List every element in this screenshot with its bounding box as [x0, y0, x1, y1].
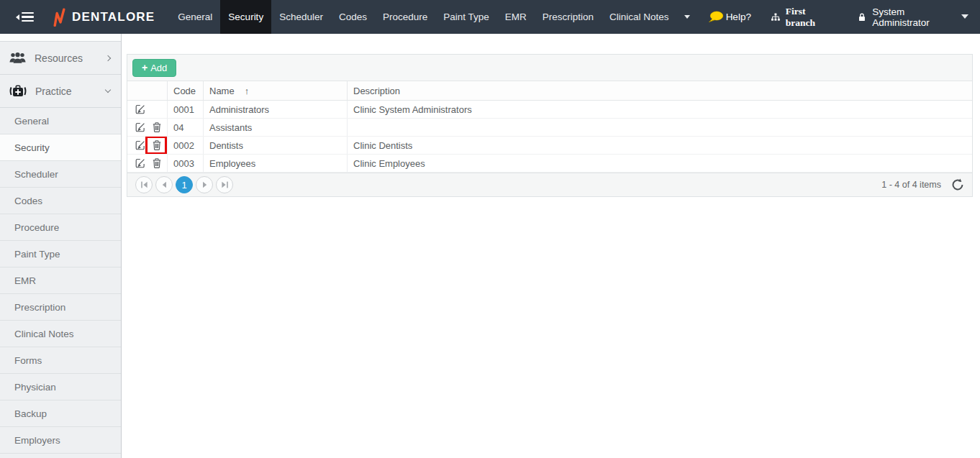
brand-logo[interactable]: DENTALORE — [53, 0, 155, 34]
column-header-code[interactable]: Code — [168, 81, 204, 100]
sidebar-group-label: Resources — [35, 52, 83, 64]
plus-icon: + — [142, 63, 148, 73]
add-button[interactable]: + Add — [132, 59, 176, 77]
sidebar-item-employers[interactable]: Employers — [0, 427, 121, 454]
refresh-button[interactable] — [951, 178, 964, 191]
sidebar-item-procedure[interactable]: Procedure — [0, 214, 121, 241]
cell-code: 0002 — [168, 137, 204, 154]
sidebar-item-forms[interactable]: Forms — [0, 347, 121, 374]
first-page-icon — [140, 181, 148, 188]
help-button[interactable]: Help? — [707, 11, 751, 23]
sidebar-item-physician[interactable]: Physician — [0, 374, 121, 400]
edit-icon — [135, 122, 145, 132]
topnav-item-codes[interactable]: Codes — [331, 0, 375, 34]
trash-icon — [153, 140, 161, 150]
sidebar-item-backup[interactable]: Backup — [0, 400, 121, 427]
topnav-item-procedure[interactable]: Procedure — [375, 0, 435, 34]
trash-icon — [153, 158, 161, 168]
user-menu[interactable]: System Administrator — [858, 6, 968, 28]
sidebar-collapse-toggle[interactable] — [0, 0, 34, 34]
cell-description: Clinic Dentists — [348, 137, 972, 154]
branch-selector[interactable]: First branch — [771, 6, 833, 29]
edit-icon — [135, 104, 145, 114]
previous-page-button[interactable] — [155, 176, 173, 193]
sidebar-item-codes[interactable]: Codes — [0, 188, 121, 214]
table-row: 04Assistants — [127, 119, 972, 137]
people-icon — [9, 52, 26, 64]
logo-zigzag-icon — [53, 8, 65, 27]
cell-name: Employees — [204, 155, 348, 172]
add-button-label: Add — [150, 63, 167, 73]
edit-button[interactable] — [135, 104, 145, 115]
row-actions-cell — [127, 119, 168, 136]
previous-page-icon — [161, 181, 168, 188]
sidebar-item-security[interactable]: Security — [0, 134, 121, 161]
sidebar-item-general[interactable]: General — [0, 108, 121, 134]
last-page-button[interactable] — [216, 176, 233, 193]
topnav-right-section: Help? First branch System Administrator — [677, 0, 980, 34]
table-row: 0001AdministratorsClinic System Administ… — [127, 101, 972, 119]
table-body: 0001AdministratorsClinic System Administ… — [127, 101, 972, 173]
cell-name: Dentists — [204, 137, 348, 154]
last-page-icon — [221, 181, 229, 188]
edit-icon — [135, 158, 145, 168]
lock-icon — [858, 12, 866, 22]
table-row: 0003EmployeesClinic Employees — [127, 155, 972, 173]
pagination-bar: 1 1 - 4 of 4 items — [127, 173, 972, 196]
topnav-items: GeneralSecuritySchedulerCodesProcedurePa… — [170, 0, 676, 34]
medical-bag-icon — [9, 84, 27, 99]
collapse-arrow-icon — [13, 14, 19, 20]
edit-button[interactable] — [135, 157, 145, 169]
sitemap-icon — [771, 13, 780, 22]
nav-overflow-dropdown[interactable] — [677, 12, 697, 22]
edit-button[interactable] — [135, 139, 145, 151]
cell-name: Administrators — [204, 101, 348, 118]
row-actions-cell — [127, 101, 168, 118]
sidebar-item-emr[interactable]: EMR — [0, 267, 121, 294]
help-bubble-icon — [707, 11, 724, 23]
cell-name: Assistants — [204, 119, 348, 136]
topnav-item-security[interactable]: Security — [220, 0, 271, 34]
sidebar-item-scheduler[interactable]: Scheduler — [0, 161, 121, 188]
next-page-button[interactable] — [196, 176, 213, 193]
column-header-description[interactable]: Description — [348, 81, 972, 100]
topnav-item-paint-type[interactable]: Paint Type — [435, 0, 497, 34]
page-1-button[interactable]: 1 — [176, 176, 193, 193]
grid-toolbar: + Add — [127, 55, 972, 81]
edit-button[interactable] — [135, 122, 145, 133]
delete-button[interactable] — [151, 157, 162, 169]
sort-ascending-icon: ↑ — [245, 86, 250, 96]
sidebar: Resources Practice GeneralSecuritySchedu… — [0, 34, 122, 458]
topnav-item-general[interactable]: General — [170, 0, 220, 34]
sidebar-item-paint-type[interactable]: Paint Type — [0, 241, 121, 267]
sidebar-group-label: Practice — [35, 86, 72, 97]
main-content: + Add Code Name ↑ Description 0001Admini… — [122, 34, 980, 458]
refresh-icon — [951, 178, 964, 191]
sidebar-item-clinical-notes[interactable]: Clinical Notes — [0, 321, 121, 347]
sidebar-group-resources[interactable]: Resources — [0, 42, 121, 75]
cell-description — [348, 119, 972, 136]
topnav-item-clinical-notes[interactable]: Clinical Notes — [602, 0, 677, 34]
sidebar-item-prescription[interactable]: Prescription — [0, 294, 121, 321]
edit-icon — [135, 140, 145, 150]
topnav-item-scheduler[interactable]: Scheduler — [271, 0, 331, 34]
security-groups-panel: + Add Code Name ↑ Description 0001Admini… — [127, 54, 973, 197]
delete-button[interactable] — [151, 139, 162, 151]
row-actions-cell — [127, 137, 168, 154]
topnav-item-emr[interactable]: EMR — [497, 0, 535, 34]
next-page-icon — [201, 181, 208, 188]
topnav-item-prescription[interactable]: Prescription — [535, 0, 602, 34]
delete-button[interactable] — [151, 122, 162, 133]
table-header-row: Code Name ↑ Description — [127, 81, 972, 101]
cell-description: Clinic Employees — [348, 155, 972, 172]
hamburger-menu-icon — [22, 12, 34, 22]
table-row: 0002DentistsClinic Dentists — [127, 137, 972, 155]
cell-code: 0001 — [168, 101, 204, 118]
chevron-right-icon — [105, 55, 111, 60]
column-header-name[interactable]: Name ↑ — [204, 81, 348, 100]
user-label: System Administrator — [872, 6, 955, 28]
cell-code: 04 — [168, 119, 204, 136]
chevron-down-icon — [105, 87, 111, 93]
first-page-button[interactable] — [135, 176, 153, 193]
sidebar-group-practice[interactable]: Practice — [0, 75, 121, 108]
